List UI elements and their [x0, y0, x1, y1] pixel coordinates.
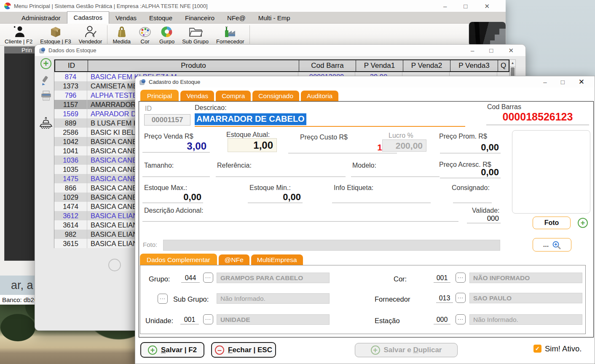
toolbar-gurpo-button[interactable]: Gurpo [155, 24, 178, 45]
zoom-in-icon [552, 241, 561, 249]
salvar-button[interactable]: + Salvar | F2 [140, 342, 204, 358]
fechar-button[interactable]: – Fechar | ESC [211, 342, 276, 358]
column-header-pvenda3[interactable]: P Venda3 [450, 60, 498, 71]
close-icon[interactable]: ✕ [579, 78, 584, 86]
column-header-pvenda1[interactable]: P Venda1 [356, 60, 403, 71]
minimize-icon[interactable]: – [443, 3, 447, 9]
complementar-tabs: Dados Complementar @NFe MultiEmpresa [140, 254, 303, 266]
foto-button[interactable]: Foto [533, 217, 571, 229]
app-logo-icon [4, 3, 11, 9]
fornecedor-lookup-button[interactable]: ... [456, 293, 466, 303]
lucro-label: Lucro % [389, 132, 413, 139]
estacao-value-field: Não Informado. [469, 314, 582, 325]
preco-venda-field[interactable]: 3,00 [142, 140, 206, 152]
toolbar-label: Vendedor [79, 38, 102, 45]
descricao-adcional-field[interactable] [142, 221, 458, 222]
fornecedor-value-field: SAO PAULO [469, 293, 582, 303]
preco-acresc-field[interactable]: 0,00 [440, 167, 499, 178]
tamanho-field[interactable] [142, 177, 210, 177]
side-tab-label: Prin [21, 47, 32, 54]
estacao-code-field[interactable]: 000 [434, 316, 450, 324]
cadastro-tabs: Principal Vendas Compra Consignado Audit… [140, 90, 338, 102]
tab[interactable]: Auditoria [301, 91, 338, 102]
modelo-field[interactable] [351, 177, 440, 177]
maximize-icon[interactable]: □ [489, 47, 493, 54]
estacao-lookup-button[interactable]: ... [456, 314, 466, 324]
sub-tab-label: Dados Complementar [147, 256, 210, 263]
subgrupo-lookup-button[interactable]: ... [158, 294, 168, 304]
close-icon[interactable]: ✕ [484, 3, 490, 9]
column-header-pvenda2[interactable]: P Venda2 [403, 60, 450, 71]
add-record-button[interactable]: + [40, 58, 51, 69]
add-photo-button[interactable]: + [578, 218, 588, 228]
product-photo-thumbnail[interactable] [469, 22, 506, 46]
toolbar-medida-button[interactable]: Medida [109, 24, 134, 45]
tab[interactable]: Vendas [180, 91, 214, 102]
maximize-icon[interactable]: □ [561, 79, 565, 85]
estoque-max-field[interactable]: 0,00 [142, 192, 201, 203]
minimize-icon[interactable]: – [543, 79, 547, 85]
column-header-q[interactable]: Q [498, 60, 509, 71]
print-icon[interactable] [40, 90, 52, 101]
menu-item[interactable]: Administrador [15, 13, 67, 23]
cod-barras-field[interactable]: 000018526123 [486, 111, 589, 125]
tab[interactable]: Consignado [252, 91, 299, 102]
maximize-icon[interactable]: □ [464, 3, 467, 9]
unidade-label: Unidade: [145, 317, 173, 325]
toolbar-label: Fornecedor [216, 38, 244, 45]
toolbar-cliente-button[interactable]: Cliente | F2 [1, 24, 36, 45]
estoque-min-field[interactable]: 0,00 [248, 192, 301, 203]
dados-titlebar: Dados dos Estoque – □ ✕ [35, 45, 525, 56]
sub-tab[interactable]: Dados Complementar [140, 254, 217, 266]
close-icon[interactable]: ✕ [508, 47, 514, 54]
sub-tab[interactable]: MultiEmpresa [251, 254, 303, 266]
foto-path-field[interactable] [163, 240, 500, 251]
menu-item[interactable]: Estoque [143, 13, 179, 23]
stairs-photo-icon [469, 22, 506, 46]
grupo-lookup-button[interactable]: ... [203, 273, 213, 283]
toolbar-fornecedor-button[interactable]: Fornecedor [212, 24, 248, 45]
info-etiqueta-field[interactable] [332, 203, 431, 203]
unidade-code-field[interactable]: 001 [180, 316, 199, 324]
sub-tab[interactable]: @NFe [219, 254, 249, 266]
preco-custo-field[interactable]: 1,00 [288, 142, 394, 153]
descricao-field[interactable]: AMARRADOR DE CABELO [195, 113, 465, 127]
preco-prom-field[interactable]: 0,00 [440, 142, 499, 153]
toolbar-vendedor-button[interactable]: Vendedor [75, 24, 106, 45]
validade-field[interactable]: 000 [467, 214, 499, 223]
grupo-code-field[interactable]: 044 [181, 274, 200, 283]
toolbar-cor-button[interactable]: Cor [134, 24, 155, 45]
unidade-lookup-button[interactable]: ... [203, 314, 213, 324]
cadastro-estoque-window: Cadastro do Estoque – □ ✕ Principal Vend… [135, 76, 595, 364]
cor-lookup-button[interactable]: ... [456, 273, 466, 283]
estoque-atual-field[interactable]: 1,00 [228, 138, 277, 152]
menu-item[interactable]: NFe@ [221, 13, 252, 23]
consignado-field[interactable] [453, 203, 492, 203]
fornecedor-code-field[interactable]: 013 [436, 294, 453, 303]
toolbar-estoque-button[interactable]: Estoque | F3 [36, 24, 75, 45]
column-header-id[interactable]: ID [55, 60, 88, 71]
referencia-field[interactable] [216, 177, 346, 177]
edit-pencil-icon[interactable] [40, 75, 51, 86]
scroll-up-icon[interactable]: ▲ [510, 60, 515, 67]
toolbar-subgrupo-button[interactable]: Sub Grupo [178, 24, 212, 45]
cor-value-field: NÃO INFORMADO [469, 273, 582, 283]
side-tab-principal[interactable]: Prin [4, 46, 36, 54]
column-header-produto[interactable]: Produto [88, 60, 299, 71]
ativo-checkbox[interactable]: ✓ [533, 345, 541, 353]
estoque-min-label: Estoque Min.: [249, 184, 291, 192]
menu-item-label: Financeiro [185, 14, 214, 21]
cor-code-field[interactable]: 001 [434, 274, 450, 283]
menu-item[interactable]: Cadastros [67, 11, 109, 24]
menu-item[interactable]: Multi - Emp [252, 13, 297, 23]
barcode-scanner-icon[interactable] [40, 117, 52, 129]
menu-item[interactable]: Vendas [109, 13, 143, 23]
cell-id: 1042 [54, 137, 87, 146]
tab[interactable]: Compra [216, 91, 251, 102]
browse-photo-button[interactable]: ... [533, 238, 571, 252]
menu-item[interactable]: Financeiro [179, 13, 221, 23]
minimize-icon[interactable]: – [471, 47, 474, 54]
principal-panel: ID 00001157 Descricao: AMARRADOR DE CABE… [139, 101, 594, 337]
tab[interactable]: Principal [140, 90, 179, 102]
column-header-codbarra[interactable]: Cod Barra [299, 60, 356, 71]
